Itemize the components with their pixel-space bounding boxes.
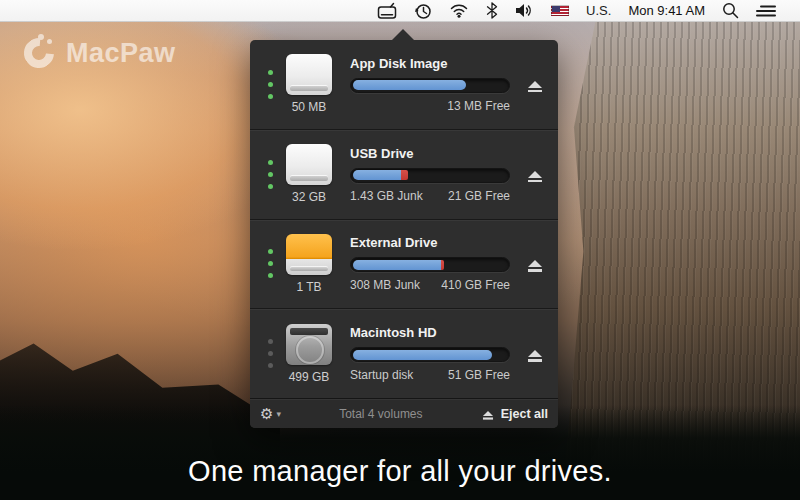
drive-size-label: 50 MB	[292, 100, 327, 114]
tagline: One manager for all your drives.	[0, 455, 800, 488]
usage-bar	[350, 347, 510, 362]
junk-space-fill	[441, 260, 444, 270]
status-dots	[262, 156, 278, 192]
junk-label: Startup disk	[350, 368, 413, 382]
drive-size-label: 499 GB	[289, 370, 330, 384]
drive-name: App Disk Image	[350, 56, 510, 71]
used-space-fill	[353, 80, 466, 90]
junk-label: 308 MB Junk	[350, 278, 420, 292]
drive-size-label: 1 TB	[296, 280, 321, 294]
status-dots	[262, 246, 278, 282]
notification-center-icon[interactable]	[756, 4, 776, 18]
spotlight-search-icon[interactable]	[722, 2, 739, 19]
usage-bar	[350, 257, 510, 272]
drive-name: Macintosh HD	[350, 325, 510, 340]
free-space-label: 51 GB Free	[448, 368, 510, 382]
time-machine-icon[interactable]	[414, 2, 432, 20]
volume-icon[interactable]	[515, 3, 534, 18]
eject-button[interactable]	[520, 350, 550, 357]
gear-icon: ⚙	[260, 405, 273, 423]
drive-list: 50 MB App Disk Image 13 MB Free 32 GB US…	[250, 40, 558, 398]
usage-bar	[350, 78, 510, 93]
drive-icon	[286, 144, 332, 185]
eject-button[interactable]	[520, 171, 550, 178]
drive-icon	[286, 234, 332, 275]
macpaw-paw-icon	[22, 36, 56, 70]
usage-bar	[350, 168, 510, 183]
free-space-label: 410 GB Free	[441, 278, 510, 292]
bluetooth-icon[interactable]	[486, 2, 498, 19]
drive-row: 499 GB Macintosh HD Startup disk 51 GB F…	[250, 308, 558, 398]
status-dots	[262, 66, 278, 102]
settings-button[interactable]: ⚙ ▾	[260, 405, 281, 423]
drive-row: 32 GB USB Drive 1.43 GB Junk 21 GB Free	[250, 129, 558, 219]
eject-button[interactable]	[520, 81, 550, 88]
menu-bar: U.S. Mon 9:41 AM	[0, 0, 800, 22]
free-space-label: 21 GB Free	[448, 189, 510, 203]
screen: MacPaw	[0, 0, 800, 500]
drive-size-label: 32 GB	[292, 190, 326, 204]
drive-menu-icon[interactable]	[377, 2, 397, 20]
free-space-label: 13 MB Free	[447, 99, 510, 113]
eject-icon	[483, 411, 493, 416]
eject-button[interactable]	[520, 260, 550, 267]
eject-all-button[interactable]: Eject all	[481, 407, 548, 421]
wifi-icon[interactable]	[449, 3, 469, 18]
drive-name: USB Drive	[350, 146, 510, 161]
eject-icon	[528, 260, 542, 267]
eject-icon	[528, 350, 542, 357]
input-source-label[interactable]: U.S.	[586, 3, 611, 18]
status-dots	[262, 336, 278, 372]
used-space-fill	[353, 260, 441, 270]
junk-space-fill	[401, 170, 409, 180]
drive-row: 1 TB External Drive 308 MB Junk 410 GB F…	[250, 219, 558, 309]
macpaw-logo: MacPaw	[22, 36, 176, 70]
drive-icon	[286, 54, 332, 95]
used-space-fill	[353, 170, 401, 180]
used-space-fill	[353, 350, 493, 360]
drive-icon	[286, 324, 332, 365]
us-flag-icon[interactable]	[551, 5, 569, 16]
eject-icon	[528, 81, 542, 88]
junk-label: 1.43 GB Junk	[350, 189, 423, 203]
macpaw-logo-text: MacPaw	[66, 38, 176, 69]
panel-footer: ⚙ ▾ Total 4 volumes Eject all	[250, 398, 558, 428]
drive-name: External Drive	[350, 235, 510, 250]
eject-icon	[528, 171, 542, 178]
menu-bar-clock[interactable]: Mon 9:41 AM	[628, 3, 705, 18]
drive-row: 50 MB App Disk Image 13 MB Free	[250, 40, 558, 129]
total-volumes-label: Total 4 volumes	[281, 407, 481, 421]
cleanmydrive-panel: 50 MB App Disk Image 13 MB Free 32 GB US…	[250, 40, 558, 428]
